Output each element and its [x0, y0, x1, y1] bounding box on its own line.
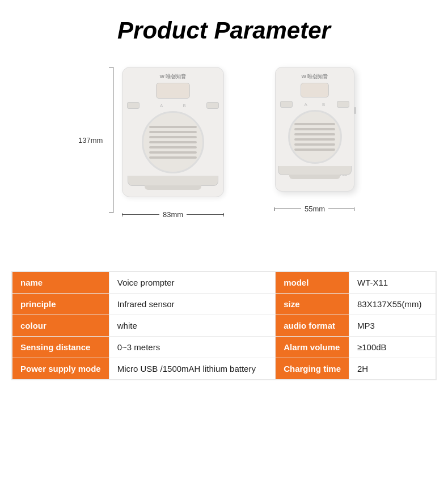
device-logo-side: W 唯创知音 — [302, 73, 328, 80]
param-value: 0~3 meters — [109, 337, 275, 358]
param-value: Micro USB /1500mAH lithium battery — [109, 358, 275, 380]
param-label: colour — [12, 315, 109, 337]
device-side: W 唯创知音 A B WT-X11 — [275, 67, 354, 192]
speaker-side — [288, 110, 342, 164]
param-value: Infrared sensor — [109, 294, 275, 315]
base-front — [128, 176, 218, 186]
param-value2: MP3 — [349, 315, 436, 337]
params-table: nameVoice promptermodelWT-X11principleIn… — [11, 271, 437, 380]
buttons-row-front: A B — [127, 102, 219, 109]
param-label2: Charging time — [276, 358, 349, 380]
base-side — [278, 166, 352, 175]
speaker-grilles-side — [294, 123, 335, 151]
param-label2: Alarm volume — [276, 337, 349, 358]
button-a — [127, 102, 140, 109]
product-images: 137mm W 唯创知音 A B — [0, 56, 448, 248]
param-label2: size — [276, 294, 349, 315]
front-view-container: 137mm W 唯创知音 A B — [122, 67, 224, 197]
device-front: W 唯创知音 A B WT-X11 — [122, 67, 224, 197]
param-label: Sensing distance — [12, 337, 109, 358]
table-row: Sensing distance0~3 metersAlarm volume≥1… — [12, 337, 436, 358]
table-row: Power supply modeMicro USB /1500mAH lith… — [12, 358, 436, 380]
depth-dimension: 55mm — [275, 205, 354, 213]
param-value2: 2H — [349, 358, 436, 380]
param-value2: 83X137X55(mm) — [349, 294, 436, 315]
param-label: principle — [12, 294, 109, 315]
table-row: nameVoice promptermodelWT-X11 — [12, 271, 436, 294]
device-logo-front: W 唯创知音 — [160, 73, 187, 80]
sensor-front — [156, 83, 190, 99]
button-b-side — [337, 101, 349, 108]
speaker-grilles-front — [149, 126, 196, 159]
param-value: white — [109, 315, 275, 337]
button-a-side — [280, 101, 293, 108]
table-row: colourwhiteaudio formatMP3 — [12, 315, 436, 337]
sensor-side — [301, 83, 329, 97]
side-view-container: W 唯创知音 A B WT-X11 — [275, 67, 354, 192]
param-value2: ≥100dB — [349, 337, 436, 358]
param-label2: audio format — [276, 315, 349, 337]
button-b — [206, 102, 219, 109]
buttons-row-side: A B — [280, 101, 349, 108]
param-label2: model — [276, 271, 349, 294]
param-value: Voice prompter — [109, 271, 275, 294]
height-dimension: 137mm — [96, 67, 113, 213]
param-label: Power supply mode — [12, 358, 109, 380]
width-dimension: 83mm — [122, 210, 224, 219]
table-row: principleInfrared sensorsize83X137X55(mm… — [12, 294, 436, 315]
param-value2: WT-X11 — [349, 271, 436, 294]
usb-port — [354, 107, 356, 114]
param-label: name — [12, 271, 109, 294]
page-title: Product Parameter — [0, 0, 448, 56]
speaker-front — [142, 111, 204, 173]
